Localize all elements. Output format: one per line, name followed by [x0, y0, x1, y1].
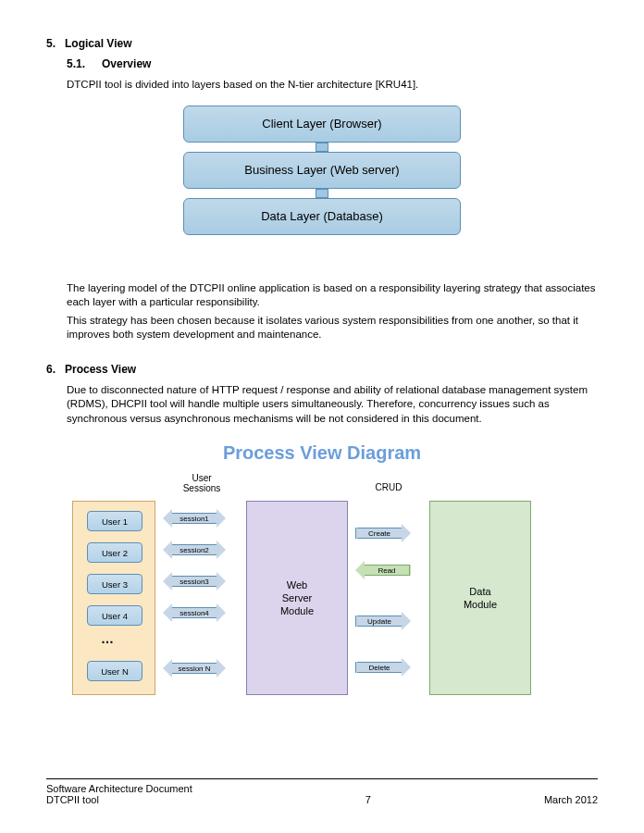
- layer-business: Business Layer (Web server): [183, 152, 461, 189]
- crud-update-arrow: Update: [355, 612, 411, 630]
- section-5-num: 5.: [46, 37, 56, 50]
- layer-connector-2: [316, 189, 328, 198]
- page-footer: Software Architecture Document DTCPII to…: [46, 778, 598, 805]
- user-3-box: User 3: [87, 574, 142, 594]
- user-sessions-container: User 1 User 2 User 3 User 4 … User N: [72, 501, 155, 695]
- session-3-arrow: session3: [163, 576, 226, 587]
- user-1-box: User 1: [87, 511, 142, 531]
- session-2-arrow: session2: [163, 544, 226, 555]
- layer-data: Data Layer (Database): [183, 198, 461, 235]
- footer-doc-title: Software Architecture Document: [46, 783, 192, 794]
- section-6-p1: Due to disconnected nature of HTTP reque…: [67, 383, 598, 427]
- pv-label-crud: CRUD: [361, 482, 416, 492]
- crud-create-arrow: Create: [355, 524, 411, 542]
- section-5-1-intro: DTCPII tool is divided into layers based…: [67, 78, 598, 93]
- crud-read-arrow: Read: [355, 561, 411, 579]
- layer-diagram: Client Layer (Browser) Business Layer (W…: [183, 106, 461, 235]
- section-5-title: Logical View: [65, 37, 131, 50]
- section-6-num: 6.: [46, 363, 56, 376]
- footer-date: March 2012: [544, 794, 598, 805]
- section-5-1-heading: 5.1.Overview: [67, 57, 598, 70]
- user-4-box: User 4: [87, 605, 142, 626]
- section-5-p1: The layering model of the DTCPII online …: [67, 281, 598, 310]
- layer-connector-1: [316, 143, 328, 152]
- section-6-heading: 6.Process View: [46, 363, 598, 376]
- section-5-heading: 5.Logical View: [46, 37, 598, 50]
- section-5-p2: This strategy has been chosen because it…: [67, 314, 598, 342]
- pv-diagram-title: Process View Diagram: [46, 442, 598, 464]
- pv-label-sessions: User Sessions: [169, 473, 234, 493]
- crud-delete-arrow: Delete: [355, 658, 411, 677]
- section-6-title: Process View: [65, 363, 136, 376]
- session-1-arrow: session1: [163, 513, 226, 524]
- user-n-box: User N: [87, 661, 142, 681]
- user-2-box: User 2: [87, 542, 142, 563]
- data-module: Data Module: [429, 501, 531, 695]
- web-server-module: Web Server Module: [246, 501, 348, 695]
- user-dots: …: [101, 631, 114, 646]
- session-4-arrow: session4: [163, 607, 226, 618]
- section-5-1-title: Overview: [102, 57, 151, 70]
- footer-tool: DTCPII tool: [46, 794, 192, 805]
- footer-page-num: 7: [365, 794, 371, 805]
- layer-client: Client Layer (Browser): [183, 106, 461, 143]
- section-5-1-num: 5.1.: [67, 57, 85, 70]
- session-n-arrow: session N: [163, 663, 226, 674]
- process-view-diagram: User Sessions CRUD User 1 User 2 User 3 …: [72, 473, 572, 704]
